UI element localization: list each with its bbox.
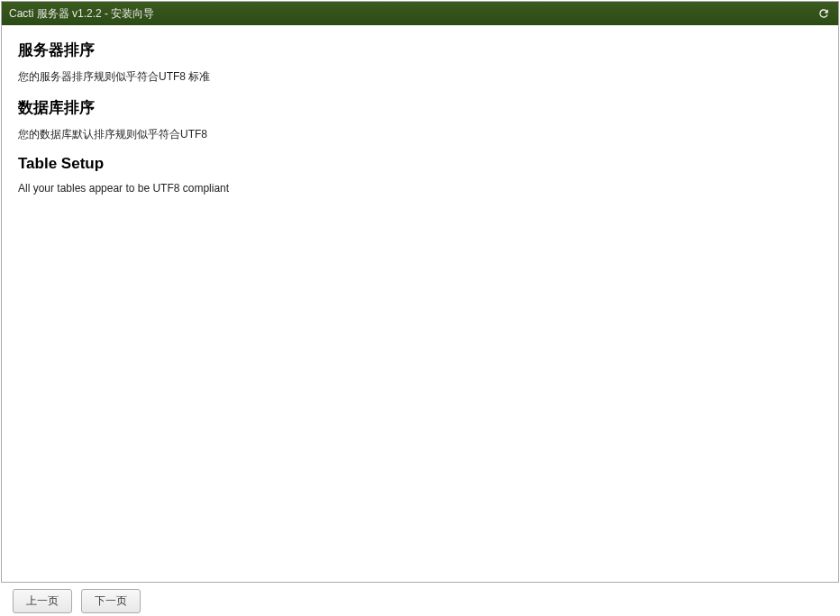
previous-button[interactable]: 上一页 <box>13 589 72 613</box>
server-collation-heading: 服务器排序 <box>18 40 822 60</box>
titlebar: Cacti 服务器 v1.2.2 - 安装向导 <box>2 2 838 25</box>
server-collation-text: 您的服务器排序规则似乎符合UTF8 标准 <box>18 69 822 85</box>
wizard-container: Cacti 服务器 v1.2.2 - 安装向导 服务器排序 您的服务器排序规则似… <box>1 1 839 583</box>
table-setup-text: All your tables appear to be UTF8 compli… <box>18 182 822 195</box>
table-setup-heading: Table Setup <box>18 155 822 173</box>
reload-icon[interactable] <box>817 6 831 21</box>
wizard-footer: 上一页 下一页 <box>0 584 840 616</box>
titlebar-text: Cacti 服务器 v1.2.2 - 安装向导 <box>9 6 154 22</box>
database-collation-text: 您的数据库默认排序规则似乎符合UTF8 <box>18 127 822 142</box>
wizard-content: 服务器排序 您的服务器排序规则似乎符合UTF8 标准 数据库排序 您的数据库默认… <box>2 25 838 582</box>
next-button[interactable]: 下一页 <box>81 589 141 613</box>
database-collation-heading: 数据库排序 <box>18 97 822 118</box>
